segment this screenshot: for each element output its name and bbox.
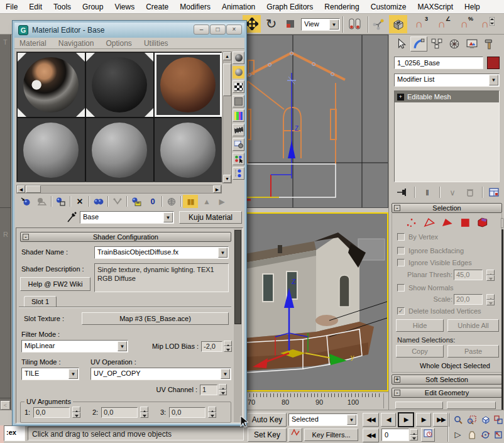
menu-navigation[interactable]: Navigation (53, 38, 99, 49)
show-map-in-viewport-button[interactable] (164, 195, 179, 208)
panel-scroll-track[interactable] (501, 229, 503, 410)
scroll-right-button[interactable]: ▶ (213, 185, 221, 193)
auto-key-button[interactable]: Auto Key (248, 413, 287, 427)
expand-icon[interactable]: + (394, 376, 400, 383)
planar-thresh-spinner[interactable] (486, 270, 495, 281)
edit-geometry-clipped-button[interactable] (447, 402, 496, 409)
min-max-toggle-button[interactable] (493, 428, 504, 441)
select-and-manipulate-button[interactable] (370, 16, 386, 33)
menu-animation[interactable]: Animation (216, 1, 261, 13)
frame-spinner[interactable] (410, 429, 418, 440)
arc-rotate-button[interactable] (479, 428, 492, 441)
zoom-button[interactable] (451, 413, 464, 426)
uv-arg1-spinner[interactable] (72, 407, 80, 418)
current-frame-field[interactable]: 0 (381, 429, 409, 441)
tab-utilities[interactable] (481, 36, 498, 52)
uv-arg1-field[interactable]: 0,0 (33, 407, 70, 418)
material-name-dropdown[interactable]: Base ▼ (80, 211, 174, 224)
edit-geometry-clipped-button[interactable] (395, 402, 443, 409)
use-pivot-point-center-button[interactable] (345, 16, 365, 33)
normals-scale-field[interactable]: 20,0 (454, 294, 483, 305)
slot-texture-map-button[interactable]: Map #3 (ES_Base.ace) (82, 312, 229, 325)
make-material-copy-button[interactable] (91, 195, 106, 208)
parameters-scrollbar[interactable] (234, 229, 242, 422)
set-key-button[interactable]: Set Key (248, 428, 287, 442)
spinner-snap-button[interactable]: ∩ (476, 16, 495, 33)
show-end-result-stack-button[interactable]: ‖ (419, 185, 436, 199)
material-editor-titlebar[interactable]: G Material Editor - Base – □ × (14, 23, 244, 38)
video-color-check-button[interactable] (233, 109, 244, 122)
modifier-list-dropdown[interactable]: Modifier List ▼ (394, 74, 500, 87)
menu-utilities[interactable]: Utilities (139, 38, 173, 49)
select-by-material-button[interactable] (233, 153, 244, 165)
pick-material-from-object-button[interactable] (66, 211, 77, 224)
soft-selection-rollout-header[interactable]: + Soft Selection (392, 375, 502, 385)
viewport-front[interactable]: Z (244, 35, 388, 208)
element-subobject-icon[interactable] (476, 217, 490, 228)
percent-snap-button[interactable]: ∩ % (455, 16, 474, 33)
maximize-button[interactable]: □ (210, 25, 226, 35)
pan-view-button[interactable] (465, 428, 478, 441)
viewport-perspective-active[interactable]: Z y (244, 212, 388, 391)
backlight-button[interactable] (233, 66, 244, 79)
key-filters-button[interactable]: Key Filters... (304, 429, 358, 441)
sample-slot-4[interactable] (18, 118, 85, 182)
panel-scroll-handle[interactable] (501, 218, 503, 228)
time-configuration-button[interactable] (421, 428, 435, 442)
select-and-rotate-button[interactable]: ↻ (262, 15, 280, 33)
next-frame-button[interactable]: ▶ (416, 413, 431, 427)
uv-arg2-field[interactable]: 0,0 (101, 407, 138, 418)
menu-graph-editors[interactable]: Graph Editors (261, 1, 319, 13)
tab-hierarchy[interactable] (428, 36, 445, 52)
sample-slot-5[interactable] (86, 118, 153, 182)
hide-button[interactable]: Hide (396, 319, 444, 332)
vertex-subobject-icon[interactable] (405, 217, 419, 228)
material-map-navigator-button[interactable] (233, 167, 244, 180)
menu-file[interactable]: File (0, 1, 23, 13)
filter-mode-dropdown[interactable]: MipLinear ▼ (21, 340, 128, 353)
polygon-subobject-icon[interactable] (459, 217, 473, 228)
key-mode-toggle-button[interactable]: ◀◀ (363, 429, 379, 442)
material-type-button[interactable]: Kuju Material (179, 211, 242, 224)
paste-selection-button[interactable]: Paste (447, 345, 499, 358)
options-button[interactable] (233, 138, 244, 151)
planar-thresh-field[interactable]: 45,0 (454, 270, 483, 280)
collapse-strip-button[interactable]: < (1, 401, 10, 410)
scroll-left-button[interactable]: ◀ (17, 185, 25, 193)
field-of-view-button[interactable]: ▷ (451, 428, 464, 441)
sample-slot-1[interactable] (18, 53, 85, 117)
selection-rollout-header[interactable]: - Selection (392, 203, 502, 213)
key-filter-set-dropdown[interactable]: Selected ▼ (288, 413, 358, 426)
make-unique-material-button[interactable] (110, 195, 125, 208)
snaps-toggle-button[interactable] (389, 15, 407, 33)
background-button[interactable] (233, 80, 244, 93)
menu-help[interactable]: Help (459, 1, 486, 13)
scrollbar-thumb[interactable] (234, 230, 241, 324)
menu-customize[interactable]: Customize (365, 1, 412, 13)
shader-name-dropdown[interactable]: TrainBasicObjectDiffuse.fx ▼ (94, 246, 229, 259)
reset-map-button[interactable]: × (72, 195, 87, 208)
scrollbar-thumb[interactable] (223, 63, 231, 96)
reference-coordinate-dropdown[interactable]: View ▼ (301, 18, 340, 31)
menu-create[interactable]: Create (140, 1, 174, 13)
unhide-all-button[interactable]: Unhide All (447, 319, 499, 332)
sample-slot-3-active[interactable] (155, 53, 222, 117)
uv-channel-field[interactable]: 1 (200, 385, 217, 395)
sample-uv-tiling-button[interactable] (233, 95, 244, 107)
scroll-down-button[interactable]: ▼ (223, 175, 231, 183)
ignore-visible-edges-checkbox[interactable] (397, 259, 405, 266)
zoom-extents-all-button[interactable] (493, 413, 504, 426)
expand-icon[interactable]: + (397, 94, 404, 101)
put-to-library-button[interactable] (129, 195, 144, 208)
menu-material[interactable]: Material (14, 38, 52, 49)
sample-slot-2[interactable] (86, 53, 153, 117)
material-id-channel-button[interactable]: 0 (145, 195, 160, 208)
tab-motion[interactable] (446, 36, 463, 52)
go-to-start-button[interactable]: ◀◀ (363, 413, 379, 427)
maxscript-mini-listener[interactable]: :ex (4, 425, 25, 441)
angle-snap-button[interactable]: ∩ ∠ (432, 16, 451, 33)
edit-geometry-rollout-header[interactable]: - Edit Geometry (392, 388, 502, 398)
pin-stack-button[interactable] (394, 185, 410, 199)
shader-configuration-rollout-header[interactable]: - Shader Configuration (20, 232, 231, 242)
menu-rendering[interactable]: Rendering (319, 1, 364, 13)
